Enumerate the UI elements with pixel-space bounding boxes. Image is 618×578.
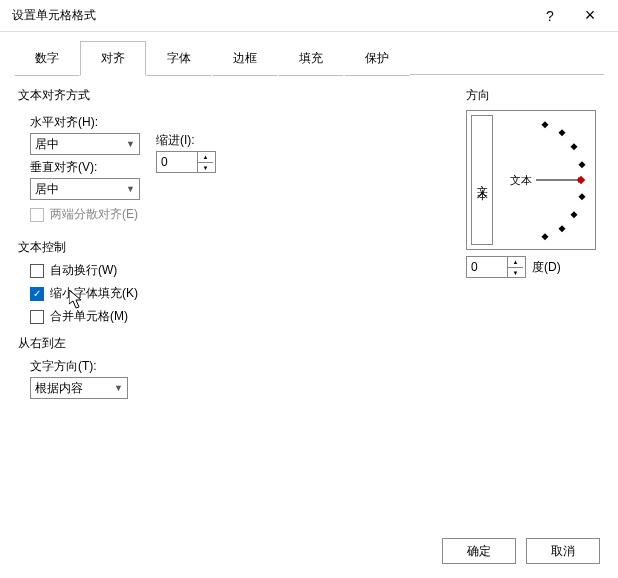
horizontal-align-select[interactable]: 居中 ▼ [30,133,140,155]
indent-down[interactable]: ▼ [198,162,213,172]
ok-button[interactable]: 确定 [442,538,516,564]
orientation-dial[interactable]: 文本 [499,115,591,245]
svg-rect-9 [558,225,565,232]
chevron-down-icon: ▼ [126,139,135,149]
indent-spinner[interactable]: ▲ ▼ [156,151,216,173]
vertical-align-label: 垂直对齐(V): [30,159,140,176]
tab-fill[interactable]: 填充 [278,41,344,76]
close-button[interactable]: × [570,0,610,32]
chevron-down-icon: ▼ [114,383,123,393]
indent-up[interactable]: ▲ [198,152,213,162]
text-control-group-label: 文本控制 [18,239,298,256]
rtl-group-label: 从右到左 [18,335,298,352]
tab-alignment[interactable]: 对齐 [80,41,146,76]
help-button[interactable]: ? [530,0,570,32]
svg-rect-7 [578,193,585,200]
cancel-button[interactable]: 取消 [526,538,600,564]
justify-distributed-label: 两端分散对齐(E) [50,206,138,223]
vertical-align-select[interactable]: 居中 ▼ [30,178,140,200]
svg-rect-5 [570,143,577,150]
vertical-text-button[interactable]: 文本 [471,115,493,245]
merge-cells-checkbox[interactable] [30,310,44,324]
dial-text-label: 文本 [510,174,532,186]
indent-label: 缩进(I): [156,132,216,149]
text-direction-label: 文字方向(T): [30,358,298,375]
shrink-to-fit-label: 缩小字体填充(K) [50,285,138,302]
orientation-group-label: 方向 [466,87,596,104]
text-direction-select[interactable]: 根据内容 ▼ [30,377,128,399]
dialog-title: 设置单元格格式 [8,7,530,24]
dialog-buttons: 确定 取消 [442,538,600,564]
degrees-spinner[interactable]: ▲ ▼ [466,256,526,278]
tab-number[interactable]: 数字 [14,41,80,76]
tab-border[interactable]: 边框 [212,41,278,76]
indent-input[interactable] [157,152,197,172]
orientation-group: 方向 文本 文本 [466,87,596,278]
tab-font[interactable]: 字体 [146,41,212,76]
degrees-up[interactable]: ▲ [508,257,523,267]
svg-rect-6 [578,161,585,168]
degrees-input[interactable] [467,257,507,277]
shrink-to-fit-checkbox[interactable] [30,287,44,301]
text-alignment-group-label: 文本对齐方式 [18,87,298,104]
tab-content: 文本对齐方式 水平对齐(H): 居中 ▼ 垂直对齐(V): 居中 ▼ [0,75,618,415]
degrees-down[interactable]: ▼ [508,267,523,277]
svg-rect-10 [541,233,548,240]
orientation-box: 文本 文本 [466,110,596,250]
chevron-down-icon: ▼ [126,184,135,194]
justify-distributed-checkbox [30,208,44,222]
wrap-text-label: 自动换行(W) [50,262,117,279]
tab-strip: 数字 对齐 字体 边框 填充 保护 [0,32,618,75]
svg-rect-8 [570,211,577,218]
tab-protection[interactable]: 保护 [344,41,410,76]
merge-cells-label: 合并单元格(M) [50,308,128,325]
svg-rect-3 [541,121,548,128]
horizontal-align-label: 水平对齐(H): [30,114,140,131]
degrees-label: 度(D) [532,259,561,276]
wrap-text-checkbox[interactable] [30,264,44,278]
titlebar: 设置单元格格式 ? × [0,0,618,32]
svg-rect-4 [558,129,565,136]
